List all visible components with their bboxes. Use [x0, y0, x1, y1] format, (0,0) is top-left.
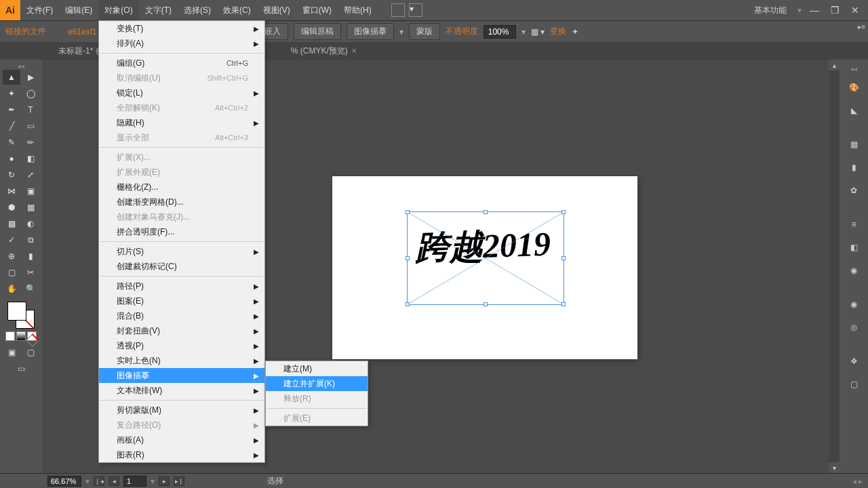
- rotate-tool[interactable]: ↻: [3, 167, 20, 182]
- mesh-tool[interactable]: ▩: [3, 216, 20, 231]
- object-menu-item-5[interactable]: 锁定(L)▶: [99, 85, 264, 100]
- menubar-icon-2[interactable]: ▾: [409, 3, 422, 17]
- object-menu-item-12[interactable]: 栅格化(Z)...: [99, 180, 264, 195]
- opacity-input[interactable]: [484, 25, 516, 39]
- object-menu-item-27[interactable]: 文本绕排(W)▶: [99, 383, 264, 398]
- lasso-tool[interactable]: ◯: [22, 86, 39, 101]
- prev-artboard-button[interactable]: ◂: [108, 476, 119, 486]
- object-menu-item-17[interactable]: 切片(S)▶: [99, 244, 264, 259]
- swatches-panel-icon[interactable]: ▦: [846, 136, 862, 152]
- handle-br[interactable]: [561, 302, 566, 306]
- menu-item-8[interactable]: 帮助(H): [338, 0, 378, 20]
- object-menu-item-23[interactable]: 封套扭曲(V)▶: [99, 323, 264, 338]
- brushes-panel-icon[interactable]: ▮: [846, 159, 862, 176]
- graphic-styles-panel-icon[interactable]: ◎: [846, 319, 862, 336]
- menu-item-3[interactable]: 文字(T): [139, 0, 178, 20]
- close-tab-icon[interactable]: ×: [352, 46, 357, 56]
- menu-item-7[interactable]: 窗口(W): [296, 0, 338, 20]
- object-menu-item-7[interactable]: 隐藏(H)▶: [99, 115, 264, 130]
- perspective-tool[interactable]: ▦: [22, 200, 39, 215]
- linked-file-label[interactable]: 链接的文件: [5, 26, 46, 37]
- selection-bounding-box[interactable]: [407, 211, 564, 305]
- vertical-scrollbar[interactable]: ▴ ▾: [829, 60, 840, 473]
- document-tab-main[interactable]: % (CMYK/预览) ×: [283, 42, 365, 60]
- color-guide-panel-icon[interactable]: ◣: [846, 102, 862, 119]
- shape-builder-tool[interactable]: ⬢: [3, 200, 20, 215]
- mask-button[interactable]: 蒙版: [409, 23, 440, 40]
- color-mode-switches[interactable]: [5, 331, 37, 341]
- menu-item-5[interactable]: 效果(C): [217, 0, 257, 20]
- object-menu-item-21[interactable]: 图案(E)▶: [99, 293, 264, 308]
- screen-mode-2[interactable]: ▢: [22, 345, 39, 360]
- transform-label[interactable]: 变换: [550, 26, 566, 37]
- scroll-up-icon[interactable]: ▴: [829, 60, 840, 70]
- artboard-number-input[interactable]: [123, 476, 146, 487]
- free-transform-tool[interactable]: ▣: [22, 184, 39, 199]
- object-menu-item-13[interactable]: 创建渐变网格(D)...: [99, 195, 264, 209]
- layers-panel-icon[interactable]: ❖: [846, 353, 862, 369]
- handle-tr[interactable]: [561, 210, 566, 214]
- object-menu-item-1[interactable]: 排列(A)▶: [99, 36, 264, 51]
- pencil-tool[interactable]: ✏: [22, 135, 39, 150]
- graph-tool[interactable]: ▮: [22, 249, 39, 264]
- object-menu-item-0[interactable]: 变换(T)▶: [99, 21, 264, 36]
- eyedropper-tool[interactable]: ✓: [3, 232, 20, 247]
- menu-item-4[interactable]: 选择(S): [178, 0, 217, 20]
- selection-tool[interactable]: ▲: [3, 70, 20, 85]
- color-panel-icon[interactable]: 🎨: [846, 79, 862, 96]
- object-menu-item-15[interactable]: 拼合透明度(F)...: [99, 224, 264, 239]
- symbol-sprayer-tool[interactable]: ⊕: [3, 249, 20, 264]
- scale-tool[interactable]: ⤢: [22, 167, 39, 182]
- handle-bl[interactable]: [406, 302, 410, 306]
- artboard-tool[interactable]: ▢: [3, 265, 20, 280]
- appearance-panel-icon[interactable]: ◉: [846, 296, 862, 312]
- image-trace-button[interactable]: 图像描摹: [347, 23, 394, 40]
- menu-item-1[interactable]: 编辑(E): [59, 0, 98, 20]
- menu-item-0[interactable]: 文件(F): [20, 0, 59, 20]
- eraser-tool[interactable]: ◧: [22, 151, 39, 166]
- artboards-panel-icon[interactable]: ▢: [846, 376, 862, 392]
- pen-tool[interactable]: ✒: [3, 102, 20, 117]
- object-menu-item-29[interactable]: 剪切蒙版(M)▶: [99, 403, 264, 418]
- blend-tool[interactable]: ⧉: [22, 232, 39, 247]
- hand-tool[interactable]: ✋: [3, 281, 20, 296]
- magic-wand-tool[interactable]: ✦: [3, 86, 20, 101]
- filename-label[interactable]: e61exf1: [68, 27, 97, 37]
- transparency-panel-icon[interactable]: ◉: [846, 262, 862, 279]
- fill-stroke-swatch[interactable]: [7, 302, 35, 329]
- zoom-tool[interactable]: 🔍: [22, 281, 39, 296]
- handle-mr[interactable]: [561, 256, 566, 260]
- menu-item-2[interactable]: 对象(O): [98, 0, 138, 20]
- maximize-button[interactable]: ❐: [827, 4, 842, 16]
- scroll-down-icon[interactable]: ▾: [829, 462, 840, 473]
- handle-tc[interactable]: [484, 210, 488, 214]
- line-tool[interactable]: ╱: [3, 119, 20, 134]
- rectangle-tool[interactable]: ▭: [22, 119, 39, 134]
- handle-bc[interactable]: [484, 302, 488, 306]
- menubar-icon-1[interactable]: [391, 3, 405, 17]
- gradient-panel-icon[interactable]: ◧: [846, 239, 862, 256]
- object-menu-item-26[interactable]: 图像描摹▶: [99, 368, 264, 383]
- object-menu-item-31[interactable]: 画板(A)▶: [99, 432, 264, 447]
- minimize-button[interactable]: —: [807, 4, 822, 16]
- brush-tool[interactable]: ✎: [3, 135, 20, 150]
- direct-selection-tool[interactable]: ▶: [22, 70, 39, 85]
- type-tool[interactable]: T: [22, 102, 39, 117]
- transform-icon[interactable]: ✦: [572, 27, 578, 37]
- symbols-panel-icon[interactable]: ✿: [846, 182, 862, 199]
- image-trace-item-0[interactable]: 建立(M): [266, 361, 368, 376]
- object-menu-item-18[interactable]: 创建裁切标记(C): [99, 259, 264, 274]
- object-menu-item-25[interactable]: 实时上色(N)▶: [99, 353, 264, 368]
- gradient-tool[interactable]: ◐: [22, 216, 39, 231]
- handle-tl[interactable]: [406, 210, 410, 214]
- align-icon[interactable]: ▦ ▾: [531, 27, 545, 37]
- next-artboard-button[interactable]: ▸: [159, 476, 170, 486]
- menu-item-6[interactable]: 视图(V): [257, 0, 296, 20]
- last-artboard-button[interactable]: ▸❘: [174, 476, 184, 486]
- object-menu-item-20[interactable]: 路径(P)▶: [99, 279, 264, 293]
- screen-mode-3[interactable]: ▭: [12, 361, 30, 376]
- object-menu-item-22[interactable]: 混合(B)▶: [99, 308, 264, 323]
- object-menu-item-3[interactable]: 编组(G)Ctrl+G: [99, 56, 264, 70]
- first-artboard-button[interactable]: ❘◂: [94, 476, 104, 486]
- close-button[interactable]: ✕: [848, 4, 863, 16]
